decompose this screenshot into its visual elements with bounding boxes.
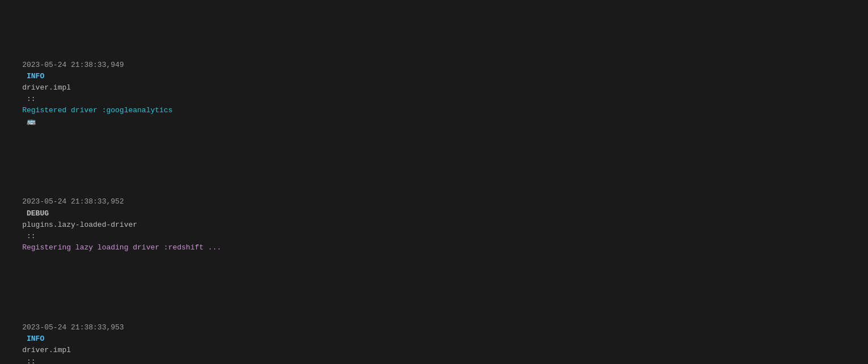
- log-line: 2023-05-24 21:38:33,953 INFO driver.impl…: [5, 311, 863, 364]
- log-container: 2023-05-24 21:38:33,949 INFO driver.impl…: [5, 2, 863, 364]
- log-line: 2023-05-24 21:38:33,949 INFO driver.impl…: [5, 48, 863, 139]
- log-line: 2023-05-24 21:38:33,952 DEBUG plugins.la…: [5, 185, 863, 265]
